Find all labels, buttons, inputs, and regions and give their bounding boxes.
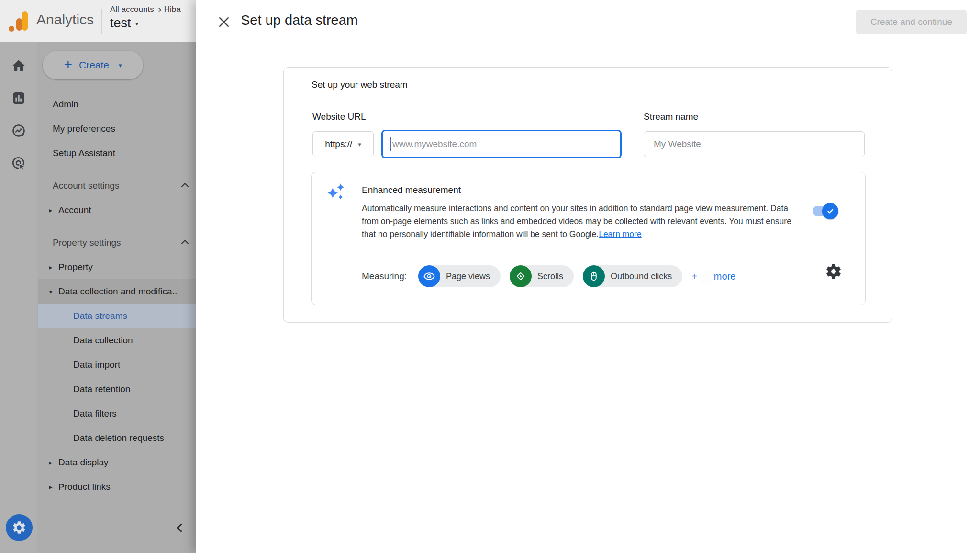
header-divider: [101, 9, 102, 34]
section-property-settings[interactable]: Property settings: [38, 230, 196, 255]
measuring-row: Measuring: Page views: [362, 265, 848, 287]
more-label: more: [714, 271, 736, 282]
chevron-down-icon: ▾: [135, 20, 139, 27]
card-header-title: Set up your web stream: [284, 68, 892, 102]
breadcrumb-all-accounts[interactable]: All accounts: [110, 5, 154, 14]
enhanced-measurement-toggle[interactable]: [813, 206, 836, 216]
protocol-value: https://: [325, 139, 352, 149]
stream-name-input[interactable]: [644, 131, 865, 157]
app-nav-rail: [0, 42, 37, 553]
expand-arrow-icon[interactable]: ▸: [48, 459, 54, 466]
setup-data-stream-panel: Set up data stream Create and continue S…: [196, 0, 980, 553]
panel-header: Set up data stream Create and continue: [196, 0, 980, 44]
sidebar-item-product-links[interactable]: ▸Product links: [38, 474, 196, 499]
brand-title: Analytics: [36, 11, 94, 28]
stream-name-label: Stream name: [644, 112, 698, 122]
chip-outbound-clicks: Outbound clicks: [583, 265, 682, 287]
sidebar-item-property[interactable]: ▸Property: [38, 255, 196, 279]
more-measurements-link[interactable]: + more: [691, 270, 735, 283]
create-and-continue-button[interactable]: Create and continue: [856, 10, 967, 34]
protocol-select[interactable]: https:// ▾: [312, 131, 374, 157]
sidebar-item-data-collection[interactable]: Data collection: [38, 328, 196, 352]
chevron-right-icon: [156, 7, 161, 12]
reports-icon[interactable]: [11, 90, 26, 106]
close-icon[interactable]: [217, 15, 231, 29]
sidebar-item-data-collection-modification[interactable]: ▾Data collection and modifica..: [38, 279, 196, 304]
account-selector-label: test: [110, 16, 131, 31]
divider: [362, 254, 848, 254]
explore-icon[interactable]: [11, 123, 26, 138]
web-stream-card: Set up your web stream Website URL https…: [283, 67, 892, 323]
sidebar-item-data-streams[interactable]: Data streams: [38, 304, 196, 328]
sidebar-item-setup-assistant[interactable]: Setup Assistant: [38, 141, 196, 165]
expand-arrow-icon[interactable]: ▸: [48, 263, 54, 271]
website-url-input[interactable]: [381, 130, 622, 158]
enhanced-measurement-title: Enhanced measurement: [362, 185, 461, 195]
sidebar-item-data-retention[interactable]: Data retention: [38, 377, 196, 401]
sidebar-divider: [38, 222, 196, 230]
plus-sign: +: [691, 271, 697, 282]
admin-sidebar: + Create ▾ Admin My preferences Setup As…: [38, 42, 196, 553]
collapse-arrow-icon[interactable]: ▾: [48, 288, 54, 295]
sidebar-divider: [48, 514, 194, 514]
chevron-up-icon: [181, 240, 189, 248]
measurement-settings-gear-icon[interactable]: [824, 262, 843, 281]
eye-icon: [418, 265, 440, 287]
text-cursor: [390, 137, 391, 151]
website-url-label: Website URL: [312, 112, 366, 122]
sidebar-item-my-preferences[interactable]: My preferences: [38, 116, 196, 141]
section-account-settings[interactable]: Account settings: [38, 173, 196, 198]
scroll-icon: [510, 265, 532, 287]
create-button[interactable]: + Create ▾: [43, 51, 143, 79]
sparkle-icon: [326, 182, 347, 203]
chip-scrolls: Scrolls: [510, 265, 574, 287]
sidebar-item-data-deletion-requests[interactable]: Data deletion requests: [38, 426, 196, 450]
sidebar-item-data-import[interactable]: Data import: [38, 352, 196, 377]
breadcrumb-account[interactable]: Hiba: [164, 5, 181, 14]
chip-page-views: Page views: [418, 265, 501, 287]
collapse-sidebar-icon[interactable]: [177, 523, 185, 532]
chevron-down-icon: ▾: [119, 62, 122, 69]
panel-title: Set up data stream: [241, 12, 358, 28]
mouse-icon: [583, 265, 605, 287]
chevron-down-icon: ▾: [358, 141, 361, 148]
admin-gear-icon[interactable]: [6, 514, 33, 541]
expand-arrow-icon[interactable]: ▸: [48, 483, 54, 491]
sidebar-item-account[interactable]: ▸Account: [38, 198, 196, 222]
expand-arrow-icon[interactable]: ▸: [48, 206, 54, 214]
account-selector[interactable]: test ▾: [110, 16, 181, 31]
toggle-thumb-check-icon: [822, 203, 838, 219]
plus-icon: +: [64, 57, 72, 72]
home-icon[interactable]: [11, 57, 26, 73]
analytics-logo-icon: [9, 11, 30, 32]
chevron-up-icon: [181, 183, 189, 191]
measuring-label: Measuring:: [362, 271, 407, 282]
sidebar-item-admin[interactable]: Admin: [38, 92, 196, 116]
sidebar-divider: [38, 165, 196, 173]
sidebar-item-data-display[interactable]: ▸Data display: [38, 450, 196, 474]
enhanced-measurement-box: Enhanced measurement Automatically measu…: [311, 172, 866, 305]
advertising-icon[interactable]: [11, 156, 26, 171]
enhanced-measurement-description: Automatically measure interactions and c…: [362, 202, 801, 241]
redaction-blob: [699, 270, 712, 283]
breadcrumb: All accounts Hiba: [110, 5, 181, 14]
learn-more-link[interactable]: Learn more: [599, 229, 642, 239]
sidebar-item-data-filters[interactable]: Data filters: [38, 401, 196, 426]
